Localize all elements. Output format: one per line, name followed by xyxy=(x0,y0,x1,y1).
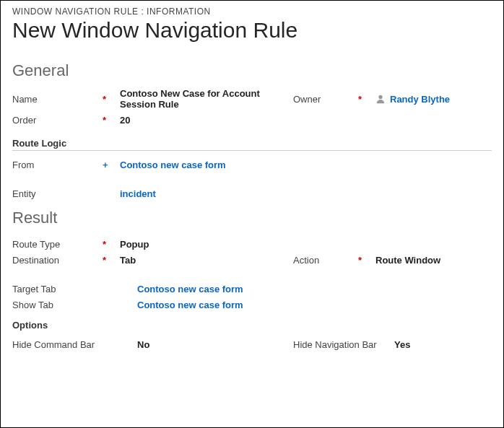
row-route-type: Route Type * Popup xyxy=(12,236,492,252)
page-title: New Window Navigation Rule xyxy=(12,18,492,43)
entity-link[interactable]: incident xyxy=(120,188,293,199)
hide-navigation-bar-label: Hide Navigation Bar xyxy=(293,339,394,350)
section-result-heading: Result xyxy=(12,209,492,227)
name-label: Name xyxy=(12,94,103,105)
name-value[interactable]: Contoso New Case for Account Session Rul… xyxy=(120,88,293,110)
route-logic-heading: Route Logic xyxy=(12,138,492,151)
options-heading: Options xyxy=(12,320,492,331)
action-value[interactable]: Route Window xyxy=(375,255,492,266)
order-label: Order xyxy=(12,115,103,126)
show-tab-label: Show Tab xyxy=(12,300,103,310)
svg-point-0 xyxy=(378,95,382,99)
route-type-label: Route Type xyxy=(12,239,103,250)
required-indicator: * xyxy=(103,239,120,250)
breadcrumb: WINDOW NAVIGATION RULE : INFORMATION xyxy=(12,6,492,17)
required-indicator: * xyxy=(358,255,375,266)
row-show-tab: Show Tab Contoso new case form xyxy=(12,297,492,313)
show-tab-link[interactable]: Contoso new case form xyxy=(137,300,243,310)
row-order: Order * 20 xyxy=(12,112,492,128)
hide-command-bar-label: Hide Command Bar xyxy=(12,339,120,350)
row-target-tab: Target Tab Contoso new case form xyxy=(12,281,492,297)
required-indicator: * xyxy=(103,255,120,266)
target-tab-link[interactable]: Contoso new case form xyxy=(137,284,243,294)
route-type-value[interactable]: Popup xyxy=(120,239,293,250)
from-link[interactable]: Contoso new case form xyxy=(120,160,293,170)
entity-label: Entity xyxy=(12,188,103,199)
required-indicator: * xyxy=(103,115,120,126)
row-from: From + Contoso new case form xyxy=(12,157,492,172)
hide-navigation-bar-value[interactable]: Yes xyxy=(394,339,492,350)
row-entity: Entity incident xyxy=(12,185,492,201)
order-value[interactable]: 20 xyxy=(120,115,293,126)
from-label: From xyxy=(12,160,103,170)
destination-value[interactable]: Tab xyxy=(120,255,293,266)
recommended-indicator: + xyxy=(103,160,120,170)
section-general-heading: General xyxy=(12,61,492,80)
target-tab-label: Target Tab xyxy=(12,284,103,294)
row-hide-bars: Hide Command Bar No Hide Navigation Bar … xyxy=(12,336,492,352)
person-icon xyxy=(375,94,386,104)
owner-link[interactable]: Randy Blythe xyxy=(390,94,450,105)
row-destination: Destination * Tab Action * Route Window xyxy=(12,252,492,268)
row-name: Name * Contoso New Case for Account Sess… xyxy=(12,86,492,112)
required-indicator: * xyxy=(103,94,120,105)
destination-label: Destination xyxy=(12,255,103,266)
action-label: Action xyxy=(293,255,358,266)
required-indicator: * xyxy=(358,94,375,105)
owner-label: Owner xyxy=(293,94,358,105)
hide-command-bar-value[interactable]: No xyxy=(137,339,293,350)
